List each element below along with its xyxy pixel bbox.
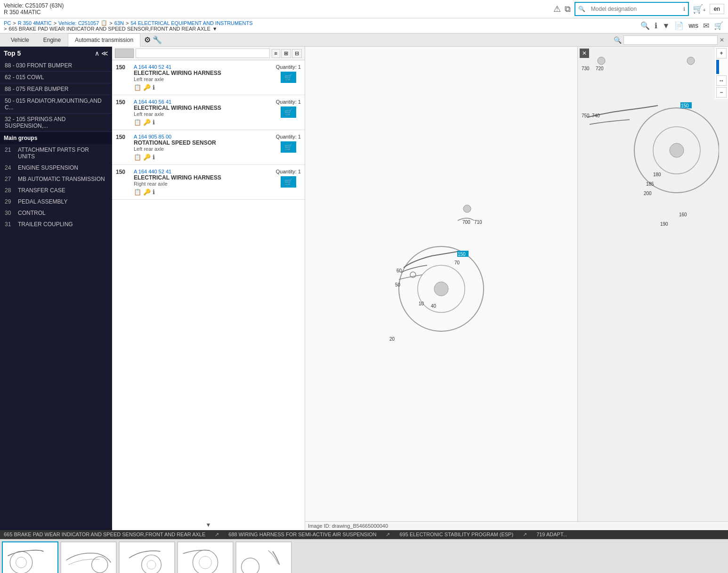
tab-automatic-transmission[interactable]: Automatic transmission (68, 33, 140, 47)
diagram-left[interactable]: 60 50 20 10 40 70 150 150 700 710 (305, 47, 577, 521)
part-code[interactable]: A 164 440 56 41 (134, 99, 272, 105)
part-note-icon[interactable]: 🔑 (143, 154, 151, 161)
add-to-cart-btn[interactable]: 🛒 (281, 106, 296, 118)
zoom-in-btn[interactable]: 🔍 (639, 20, 651, 31)
main-content: Top 5 ∧ ≪ 88 - 030 FRONT BUMPER 62 - 015… (0, 47, 728, 530)
copy-icon[interactable]: ⧉ (565, 4, 571, 14)
sidebar-group-30[interactable]: 30CONTROL (0, 207, 112, 219)
part-row-1[interactable]: 150 A 164 440 56 41 ELECTRICAL WIRING HA… (112, 95, 305, 130)
part-desc: Left rear axle (134, 146, 272, 152)
breadcrumb-63n[interactable]: 63N (114, 20, 124, 26)
add-to-cart-btn[interactable]: 🛒 (281, 72, 296, 83)
sidebar-group-29[interactable]: 29PEDAL ASSEMBLY (0, 196, 112, 207)
bottom-link-719[interactable]: 719 ADAPT... (536, 532, 567, 538)
part-doc-icon[interactable]: 📋 (134, 84, 141, 91)
tab-icon-settings[interactable]: ⚙ (144, 35, 151, 44)
cart-header-icon[interactable]: 🛒+ (693, 4, 706, 14)
thumbnail-1[interactable] (2, 541, 58, 573)
top5-item-4[interactable]: 50 - 015 RADIATOR,MOUNTING,AND C... (0, 95, 112, 114)
diagram-right[interactable]: ✕ 730 720 750 740 185 200 160 (577, 47, 728, 521)
breadcrumb-subsection[interactable]: 665 BRAKE PAD WEAR INDICATOR AND SPEED S… (8, 26, 210, 32)
diagram-svg-left: 60 50 20 10 40 70 150 150 700 710 (375, 195, 507, 374)
part-doc-icon[interactable]: 📋 (134, 154, 141, 161)
info-btn[interactable]: ℹ (654, 20, 658, 31)
wis-btn[interactable]: WIS (688, 22, 699, 30)
svg-text:70: 70 (454, 260, 460, 265)
part-info-icon[interactable]: ℹ (153, 154, 155, 161)
part-row-3[interactable]: 150 A 164 440 52 41 ELECTRICAL WIRING HA… (112, 165, 305, 200)
filter-btn[interactable]: ▼ (661, 21, 671, 31)
close-panel-btn[interactable]: ✕ (580, 49, 589, 58)
breadcrumb-section[interactable]: 54 ELECTRICAL EQUIPMENT AND INSTRUMENTS (130, 20, 252, 26)
top5-item-5[interactable]: 32 - 105 SPRINGS AND SUSPENSION,... (0, 114, 112, 132)
expand-diagram-btn[interactable]: ↔ (716, 75, 727, 86)
sidebar-group-31[interactable]: 31TRAILER COUPLING (0, 219, 112, 230)
part-row-2[interactable]: 150 A 164 905 85 00 ROTATIONAL SPEED SEN… (112, 130, 305, 165)
sidebar-group-28[interactable]: 28TRANSFER CASE (0, 185, 112, 196)
part-code[interactable]: A 164 440 52 41 (134, 169, 272, 174)
breadcrumb-toolbar: 🔍 ℹ ▼ 📄 WIS ✉ 🛒 (639, 20, 724, 31)
svg-text:750: 750 (582, 113, 590, 118)
top5-item-3[interactable]: 88 - 075 REAR BUMPER (0, 83, 112, 95)
breadcrumb-model[interactable]: R 350 4MATIC (18, 20, 52, 26)
sidebar-collapse-btn[interactable]: ∧ (95, 49, 99, 57)
part-note-icon[interactable]: 🔑 (143, 119, 151, 126)
model-search-input[interactable] (587, 4, 681, 14)
breadcrumb-pc[interactable]: PC (4, 20, 11, 26)
tab-search-icon[interactable]: 🔍 (614, 36, 622, 44)
part-code[interactable]: A 164 905 85 00 (134, 134, 272, 139)
bottom-link-695[interactable]: 695 ELECTRONIC STABILITY PROGRAM (ESP) (399, 532, 513, 538)
sidebar-group-27[interactable]: 27MB AUTOMATIC TRANSMISSION (0, 173, 112, 185)
compact-view-btn[interactable]: ⊟ (292, 49, 302, 58)
part-info-icon[interactable]: ℹ (153, 188, 155, 196)
cart-toolbar-btn[interactable]: 🛒 (713, 20, 724, 31)
add-to-cart-btn[interactable]: 🛒 (281, 141, 296, 153)
sidebar-hide-btn[interactable]: ≪ (101, 49, 108, 57)
diagram-area: 60 50 20 10 40 70 150 150 700 710 (305, 47, 728, 530)
grid-view-btn[interactable]: ⊞ (281, 49, 291, 58)
part-row-0[interactable]: 150 A 164 440 52 41 ELECTRICAL WIRING HA… (112, 60, 305, 95)
parts-scroll-down[interactable]: ▼ (112, 520, 305, 530)
copy-vehicle-icon[interactable]: 📋 (101, 20, 107, 26)
dropdown-arrow-icon[interactable]: ▼ (212, 26, 218, 32)
part-info-icon[interactable]: ℹ (153, 84, 155, 91)
thumbnail-5[interactable] (235, 541, 292, 573)
parts-list: 150 A 164 440 52 41 ELECTRICAL WIRING HA… (112, 60, 305, 520)
part-note-icon[interactable]: 🔑 (143, 188, 151, 196)
list-view-btn[interactable]: ≡ (272, 49, 280, 58)
tab-engine[interactable]: Engine (36, 33, 68, 46)
thumbnail-2[interactable] (60, 541, 117, 573)
part-doc-icon[interactable]: 📋 (134, 119, 141, 126)
sidebar-group-24[interactable]: 24ENGINE SUSPENSION (0, 162, 112, 173)
tab-icon-wrench[interactable]: 🔧 (153, 35, 162, 44)
part-info: A 164 440 52 41 ELECTRICAL WIRING HARNES… (134, 169, 272, 196)
bottom-link-665[interactable]: 665 BRAKE PAD WEAR INDICATOR AND SPEED S… (4, 532, 205, 538)
warning-icon[interactable]: ⚠ (553, 4, 561, 14)
thumbnail-3[interactable] (119, 541, 175, 573)
svg-point-35 (142, 555, 162, 573)
lang-button[interactable]: en (710, 4, 724, 14)
main-groups-header: Main groups (0, 132, 112, 144)
part-note-icon[interactable]: 🔑 (143, 84, 151, 91)
part-info-icon[interactable]: ℹ (153, 119, 155, 126)
tab-search-clear[interactable]: ✕ (720, 37, 724, 43)
top5-item-2[interactable]: 62 - 015 COWL (0, 72, 112, 83)
sidebar-group-21[interactable]: 21ATTACHMENT PARTS FOR UNITS (0, 144, 112, 162)
document-btn[interactable]: 📄 (673, 20, 685, 31)
thumb-svg-5 (236, 542, 291, 573)
sidebar-scroll[interactable]: 88 - 030 FRONT BUMPER 62 - 015 COWL 88 -… (0, 60, 112, 530)
part-code[interactable]: A 164 440 52 41 (134, 64, 272, 70)
top5-item-1[interactable]: 88 - 030 FRONT BUMPER (0, 60, 112, 72)
thumbnail-4[interactable] (177, 541, 234, 573)
breadcrumb-vehicle[interactable]: Vehicle: C251057 (58, 20, 99, 26)
parts-search-input[interactable] (136, 49, 270, 58)
add-to-cart-btn[interactable]: 🛒 (281, 176, 296, 188)
zoom-out-diagram-btn[interactable]: − (716, 87, 727, 98)
zoom-diagram-btn[interactable]: + (716, 48, 727, 58)
part-doc-icon[interactable]: 📋 (134, 188, 141, 196)
parts-color-swatch (115, 49, 134, 58)
tab-vehicle[interactable]: Vehicle (4, 33, 36, 46)
mail-btn[interactable]: ✉ (702, 20, 710, 31)
bottom-link-688[interactable]: 688 WIRING HARNESS FOR SEMI-ACTIVE AIR S… (228, 532, 376, 538)
tab-search-input[interactable] (623, 35, 718, 45)
